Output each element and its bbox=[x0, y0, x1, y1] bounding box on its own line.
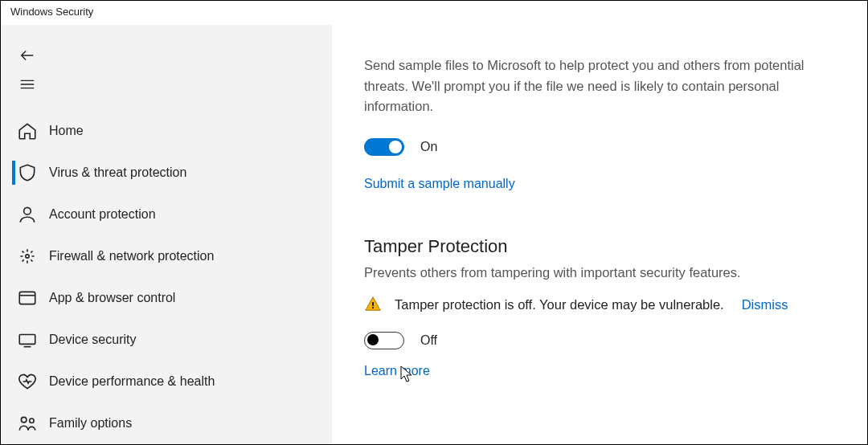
back-button[interactable] bbox=[1, 43, 332, 71]
sample-submission-desc: Send sample files to Microsoft to help p… bbox=[364, 55, 835, 117]
tamper-toggle-label: Off bbox=[420, 333, 437, 348]
sample-toggle-row: On bbox=[364, 138, 835, 156]
sidebar-item-label: Account protection bbox=[49, 207, 156, 222]
sidebar-item-performance[interactable]: Device performance & health bbox=[1, 361, 332, 402]
svg-point-5 bbox=[30, 418, 34, 423]
svg-point-4 bbox=[21, 417, 27, 423]
tamper-toggle[interactable] bbox=[364, 332, 404, 349]
firewall-icon bbox=[17, 246, 38, 267]
window: Windows Security Home bbox=[0, 0, 868, 445]
app-browser-icon bbox=[17, 288, 38, 308]
svg-rect-7 bbox=[372, 307, 374, 308]
sample-toggle[interactable] bbox=[364, 138, 404, 156]
shield-icon bbox=[17, 162, 38, 183]
svg-rect-2 bbox=[19, 292, 35, 304]
hamburger-button[interactable] bbox=[1, 71, 332, 100]
back-arrow-icon bbox=[18, 47, 36, 67]
sidebar-item-label: Family options bbox=[49, 416, 132, 431]
body: Home Virus & threat protection Account p… bbox=[1, 25, 867, 444]
dismiss-link[interactable]: Dismiss bbox=[742, 297, 788, 312]
window-title: Windows Security bbox=[10, 6, 93, 18]
svg-rect-3 bbox=[19, 335, 35, 345]
home-icon bbox=[17, 120, 38, 141]
sidebar-item-device-security[interactable]: Device security bbox=[1, 319, 332, 361]
hamburger-icon bbox=[18, 76, 36, 96]
tamper-warning-text: Tamper protection is off. Your device ma… bbox=[395, 297, 724, 312]
sidebar-item-label: Virus & threat protection bbox=[49, 165, 186, 180]
sample-toggle-label: On bbox=[420, 140, 437, 154]
family-icon bbox=[17, 413, 38, 434]
sidebar-item-account[interactable]: Account protection bbox=[1, 194, 332, 235]
titlebar: Windows Security bbox=[1, 1, 867, 25]
sidebar-item-firewall[interactable]: Firewall & network protection bbox=[1, 235, 332, 277]
tamper-toggle-row: Off bbox=[364, 332, 835, 349]
svg-rect-6 bbox=[372, 302, 374, 306]
sidebar-item-label: Firewall & network protection bbox=[49, 249, 214, 263]
submit-sample-link[interactable]: Submit a sample manually bbox=[364, 177, 515, 191]
sidebar-item-home[interactable]: Home bbox=[1, 110, 332, 152]
device-security-icon bbox=[17, 329, 38, 350]
sidebar-item-virus[interactable]: Virus & threat protection bbox=[1, 152, 332, 194]
nav: Home Virus & threat protection Account p… bbox=[1, 110, 332, 444]
sidebar-item-label: Home bbox=[49, 124, 84, 138]
learn-more-link[interactable]: Learn more bbox=[364, 364, 430, 378]
tamper-sub: Prevents others from tampering with impo… bbox=[364, 265, 835, 280]
account-icon bbox=[17, 204, 38, 225]
sidebar-item-label: Device security bbox=[49, 333, 136, 347]
main-content: Send sample files to Microsoft to help p… bbox=[332, 25, 867, 444]
tamper-title: Tamper Protection bbox=[364, 236, 835, 257]
sidebar: Home Virus & threat protection Account p… bbox=[1, 25, 332, 444]
sidebar-item-app-browser[interactable]: App & browser control bbox=[1, 277, 332, 319]
warning-icon bbox=[364, 295, 382, 316]
sidebar-item-label: App & browser control bbox=[49, 291, 175, 305]
svg-point-0 bbox=[24, 207, 31, 214]
tamper-warning-row: Tamper protection is off. Your device ma… bbox=[364, 295, 835, 316]
sidebar-item-family[interactable]: Family options bbox=[1, 402, 332, 444]
sidebar-item-label: Device performance & health bbox=[49, 374, 215, 389]
heart-icon bbox=[17, 371, 38, 392]
svg-point-1 bbox=[26, 255, 29, 258]
